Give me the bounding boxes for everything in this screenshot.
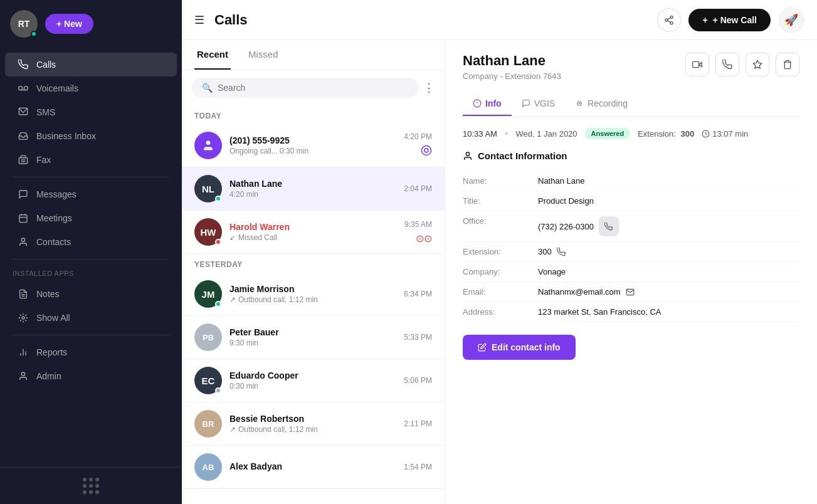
call-info: Eduardo Cooper 0:30 min bbox=[229, 370, 396, 391]
call-info: (201) 555-9925 Ongoing call... 0:30 min bbox=[229, 135, 396, 155]
detail-panel: Nathan Lane Company - Extension 7643 bbox=[445, 40, 817, 504]
info-value: Vonage bbox=[538, 267, 566, 276]
info-row-email: Email: Nathanmx@email.com bbox=[463, 282, 799, 302]
sidebar-item-notes[interactable]: Notes bbox=[5, 282, 177, 306]
call-avatar: JM bbox=[194, 280, 222, 308]
sidebar-item-contacts[interactable]: Contacts bbox=[5, 230, 177, 254]
info-label: Company: bbox=[463, 267, 538, 276]
ongoing-icon bbox=[421, 145, 432, 159]
svg-point-24 bbox=[206, 141, 211, 145]
call-name-missed: Harold Warren bbox=[229, 222, 397, 232]
status-dot-gray bbox=[215, 387, 221, 394]
call-time: 4:20 PM bbox=[404, 132, 432, 141]
call-item-c6[interactable]: EC Eduardo Cooper 0:30 min 5:06 PM bbox=[182, 359, 445, 402]
star-button[interactable] bbox=[746, 53, 769, 76]
search-input[interactable] bbox=[218, 83, 408, 93]
delete-button[interactable] bbox=[776, 53, 799, 76]
share-icon-button[interactable] bbox=[657, 8, 681, 32]
search-icon: 🔍 bbox=[202, 83, 213, 93]
info-value: 123 market St, San Francisco, CA bbox=[538, 307, 662, 317]
svg-point-34 bbox=[579, 103, 580, 104]
reports-icon bbox=[18, 347, 29, 358]
call-meta: 1:54 PM bbox=[404, 463, 432, 471]
sidebar-item-label: Business Inbox bbox=[36, 131, 96, 141]
status-dot-red bbox=[215, 239, 221, 245]
info-label: Address: bbox=[463, 307, 538, 317]
call-name: Peter Bauer bbox=[229, 327, 396, 337]
svg-point-25 bbox=[422, 145, 431, 155]
sidebar-item-fax[interactable]: Fax bbox=[5, 148, 177, 172]
sidebar-item-messages[interactable]: Messages bbox=[5, 182, 177, 206]
call-timestamp: 10:33 AM bbox=[463, 129, 497, 139]
info-row-office: Office: (732) 226-0300 bbox=[463, 211, 799, 242]
meetings-icon bbox=[18, 213, 29, 224]
sidebar-item-meetings[interactable]: Meetings bbox=[5, 206, 177, 230]
call-time: 2:04 PM bbox=[404, 184, 432, 193]
call-time: 2:11 PM bbox=[404, 419, 432, 428]
call-date: Wed, 1 Jan 2020 bbox=[516, 129, 577, 139]
call-name: Nathan Lane bbox=[229, 179, 396, 189]
tab-recent[interactable]: Recent bbox=[194, 40, 231, 70]
sidebar-item-label: Reports bbox=[36, 347, 67, 357]
call-meta: 5:33 PM bbox=[404, 333, 432, 342]
detail-name-block: Nathan Lane Company - Extension 7643 bbox=[463, 53, 561, 81]
video-button[interactable] bbox=[685, 53, 709, 76]
voicemail-icon: ⊙⊙ bbox=[416, 233, 432, 244]
status-dot-green bbox=[215, 196, 221, 202]
info-label: Extension: bbox=[463, 247, 538, 256]
messages-icon bbox=[18, 189, 29, 200]
detail-header: Nathan Lane Company - Extension 7643 bbox=[463, 53, 799, 81]
sidebar-item-label: SMS bbox=[36, 107, 55, 117]
edit-contact-button[interactable]: Edit contact info bbox=[463, 335, 576, 360]
today-label: TODAY bbox=[182, 105, 445, 124]
svg-rect-7 bbox=[19, 215, 27, 223]
info-label: Email: bbox=[463, 287, 538, 297]
call-item-c2[interactable]: NL Nathan Lane 4:20 min 2:04 PM bbox=[182, 167, 445, 211]
sidebar-item-calls[interactable]: Calls bbox=[5, 53, 177, 76]
sidebar-item-reports[interactable]: Reports bbox=[5, 340, 177, 364]
call-time: 5:06 PM bbox=[404, 376, 432, 385]
detail-tab-info[interactable]: Info bbox=[463, 92, 512, 116]
sidebar-item-label: Admin bbox=[36, 371, 61, 381]
sidebar-item-show-all[interactable]: Show All bbox=[5, 306, 177, 330]
sidebar-item-voicemails[interactable]: Voicemails bbox=[5, 76, 177, 100]
call-item-c4[interactable]: JM Jamie Morrison ↗ Outbound call, 1:12 … bbox=[182, 273, 445, 316]
call-item-c7[interactable]: BR Bessie Robertson ↗ Outbound call, 1:1… bbox=[182, 402, 445, 446]
sidebar-item-sms[interactable]: SMS bbox=[5, 100, 177, 124]
contact-info-section-title: Contact Information bbox=[463, 150, 799, 161]
info-row-company: Company: Vonage bbox=[463, 262, 799, 282]
tabs: Recent Missed bbox=[182, 40, 445, 70]
call-name: Bessie Robertson bbox=[229, 414, 396, 424]
info-value: Nathanmx@email.com bbox=[538, 287, 635, 297]
detail-tab-recording[interactable]: Recording bbox=[565, 92, 638, 116]
header-right: + + New Call 🚀 bbox=[657, 7, 804, 33]
detail-actions bbox=[685, 53, 799, 76]
calls-scroll: TODAY (201) 555-9925 Ongoing call... 0:3… bbox=[182, 105, 445, 504]
call-meta: 5:06 PM bbox=[404, 376, 432, 385]
call-item-c1[interactable]: (201) 555-9925 Ongoing call... 0:30 min … bbox=[182, 124, 445, 167]
notes-icon bbox=[18, 288, 29, 300]
calls-icon bbox=[18, 59, 29, 70]
call-meta: 6:34 PM bbox=[404, 290, 432, 298]
sidebar-item-admin[interactable]: Admin bbox=[5, 364, 177, 388]
contacts-icon bbox=[18, 236, 29, 248]
call-item-c5[interactable]: PB Peter Bauer 9:30 min 5:33 PM bbox=[182, 316, 445, 359]
phone-button[interactable] bbox=[715, 53, 739, 76]
svg-point-33 bbox=[577, 102, 582, 106]
more-options-icon[interactable]: ⋮ bbox=[423, 81, 435, 95]
sidebar: RT + New Calls Voicemails SMS bbox=[0, 0, 182, 504]
top-header: ☰ Calls + + New Call 🚀 bbox=[182, 0, 817, 40]
tab-missed[interactable]: Missed bbox=[246, 40, 281, 70]
call-item-c3[interactable]: HW Harold Warren ↙ Missed Call 9:35 AM ⊙… bbox=[182, 211, 445, 254]
detail-tab-vgis[interactable]: VGIS bbox=[512, 92, 565, 116]
new-call-button[interactable]: + + New Call bbox=[688, 9, 771, 31]
sidebar-item-business-inbox[interactable]: Business Inbox bbox=[5, 124, 177, 148]
detail-subtitle: Company - Extension 7643 bbox=[463, 71, 561, 81]
new-button[interactable]: + New bbox=[45, 14, 93, 34]
hamburger-icon[interactable]: ☰ bbox=[194, 13, 204, 27]
rocket-button[interactable]: 🚀 bbox=[778, 7, 804, 33]
call-info: Nathan Lane 4:20 min bbox=[229, 179, 396, 199]
call-time: 9:35 AM bbox=[404, 220, 432, 229]
call-office-button[interactable] bbox=[599, 216, 619, 236]
call-item-c8[interactable]: AB Alex Badyan 1:54 PM bbox=[182, 446, 445, 489]
